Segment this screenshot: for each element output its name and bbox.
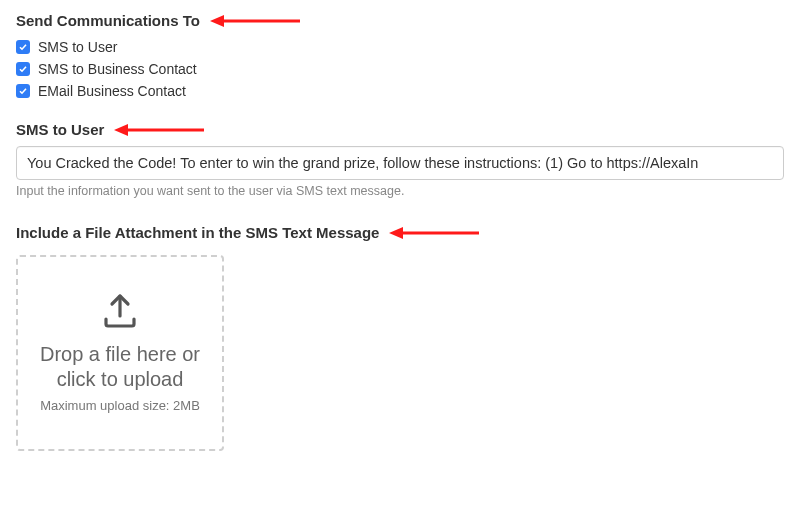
- checkbox-row-sms-business: SMS to Business Contact: [16, 61, 784, 77]
- arrow-left-icon: [389, 226, 479, 240]
- arrow-left-icon: [210, 14, 300, 28]
- checkbox-label-sms-business: SMS to Business Contact: [38, 61, 197, 77]
- send-communications-heading-row: Send Communications To: [16, 12, 784, 29]
- sms-to-user-heading: SMS to User: [16, 121, 104, 138]
- arrow-left-icon: [114, 123, 204, 137]
- checkbox-email-business[interactable]: [16, 84, 30, 98]
- dropzone-main-text: Drop a file here or click to upload: [28, 342, 212, 392]
- checkbox-row-email-business: EMail Business Contact: [16, 83, 784, 99]
- sms-to-user-heading-row: SMS to User: [16, 121, 784, 138]
- svg-marker-1: [210, 15, 224, 27]
- upload-icon: [100, 292, 140, 334]
- dropzone-sub-text: Maximum upload size: 2MB: [40, 398, 200, 415]
- checkbox-sms-business[interactable]: [16, 62, 30, 76]
- file-dropzone[interactable]: Drop a file here or click to upload Maxi…: [16, 255, 224, 451]
- checkbox-label-sms-user: SMS to User: [38, 39, 117, 55]
- svg-marker-5: [389, 227, 403, 239]
- send-communications-checkbox-group: SMS to User SMS to Business Contact EMai…: [16, 39, 784, 99]
- send-communications-heading: Send Communications To: [16, 12, 200, 29]
- checkbox-label-email-business: EMail Business Contact: [38, 83, 186, 99]
- attachment-heading: Include a File Attachment in the SMS Tex…: [16, 224, 379, 241]
- attachment-heading-row: Include a File Attachment in the SMS Tex…: [16, 224, 784, 241]
- svg-marker-3: [114, 124, 128, 136]
- sms-to-user-input[interactable]: [16, 146, 784, 180]
- checkbox-row-sms-user: SMS to User: [16, 39, 784, 55]
- sms-to-user-help-text: Input the information you want sent to t…: [16, 184, 784, 198]
- checkbox-sms-user[interactable]: [16, 40, 30, 54]
